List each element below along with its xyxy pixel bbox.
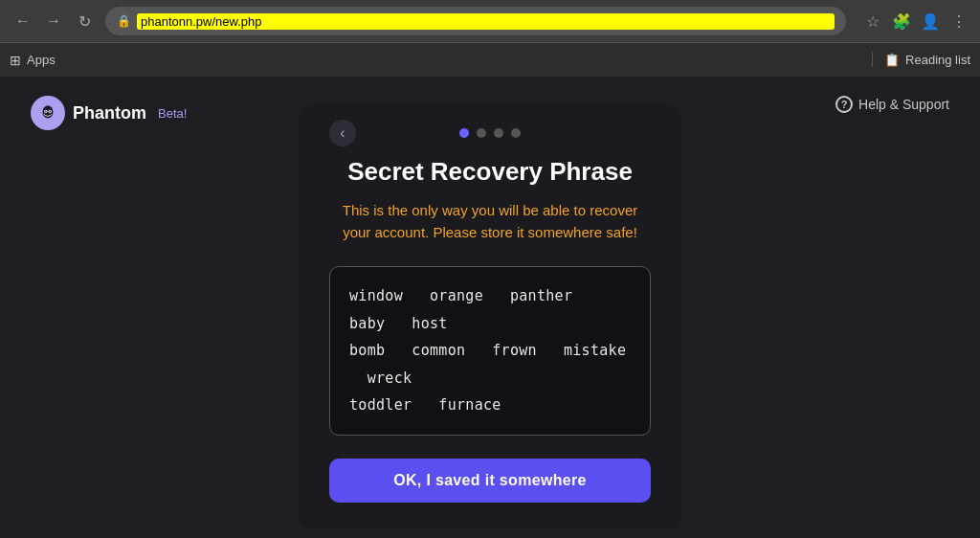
address-bar[interactable]: [137, 13, 835, 30]
page-content: PhantomBeta! ? Help & Support ‹ Secret R…: [0, 77, 980, 538]
browser-tabs-bar: ⊞ Apps 📋 Reading list: [0, 42, 980, 77]
help-support-label: Help & Support: [858, 97, 949, 112]
address-bar-wrap: 🔒: [105, 7, 846, 35]
reload-button[interactable]: ↻: [71, 8, 98, 34]
ok-saved-button[interactable]: OK, I saved it somewhere: [329, 459, 651, 503]
card-wrapper: ‹ Secret Recovery Phrase This is the onl…: [31, 105, 949, 529]
dot-2: [477, 128, 486, 138]
forward-button[interactable]: →: [40, 8, 67, 34]
extensions-icon[interactable]: 🧩: [890, 10, 913, 33]
browser-toolbar: ← → ↻ 🔒 ☆ 🧩 👤 ⋮: [0, 0, 980, 42]
reading-list-label: Reading list: [905, 53, 970, 67]
reading-list-icon: 📋: [884, 53, 900, 67]
browser-chrome: ← → ↻ 🔒 ☆ 🧩 👤 ⋮ ⊞ Apps 📋 Reading list: [0, 0, 980, 77]
apps-area: ⊞ Apps: [10, 53, 56, 68]
dot-1: [459, 128, 469, 138]
recovery-card: ‹ Secret Recovery Phrase This is the onl…: [299, 105, 681, 529]
dot-4: [511, 128, 521, 138]
back-button[interactable]: ←: [10, 8, 36, 34]
help-icon: ?: [835, 96, 853, 113]
reading-list-area: 📋 Reading list: [872, 53, 970, 67]
svg-point-3: [45, 111, 47, 113]
help-support-button[interactable]: ? Help & Support: [835, 96, 949, 113]
star-icon[interactable]: ☆: [861, 10, 884, 33]
back-step-button[interactable]: ‹: [329, 120, 356, 146]
phrase-text: window orange panther baby hostbomb comm…: [349, 282, 631, 419]
phantom-beta: Beta!: [158, 106, 187, 121]
card-title: Secret Recovery Phrase: [347, 157, 633, 187]
lock-icon: 🔒: [117, 14, 131, 28]
svg-point-4: [49, 111, 51, 113]
dot-3: [494, 128, 503, 138]
toolbar-actions: ☆ 🧩 👤 ⋮: [861, 10, 970, 33]
apps-grid-icon: ⊞: [10, 53, 21, 68]
page-inner: PhantomBeta! ? Help & Support ‹ Secret R…: [31, 96, 949, 529]
menu-icon[interactable]: ⋮: [947, 10, 970, 33]
warning-text: This is the only way you will be able to…: [329, 200, 651, 243]
phantom-icon: [31, 96, 65, 130]
pagination: ‹: [329, 128, 651, 138]
phrase-box: window orange panther baby hostbomb comm…: [329, 266, 651, 436]
profile-icon[interactable]: 👤: [919, 10, 942, 33]
apps-label: Apps: [27, 53, 56, 67]
phantom-name: Phantom: [73, 103, 146, 123]
nav-buttons: ← → ↻: [10, 8, 98, 34]
phantom-logo: PhantomBeta!: [31, 96, 187, 130]
